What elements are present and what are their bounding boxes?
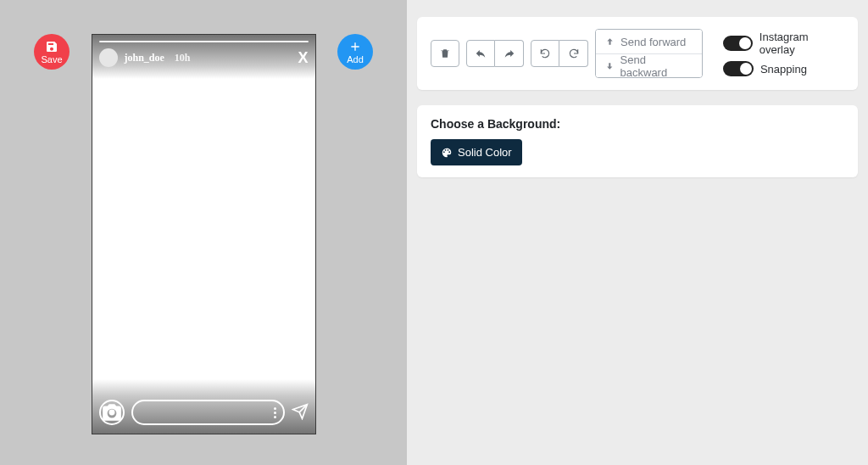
canvas-area: Save Add john_doe 10h X (0, 0, 407, 465)
solid-color-button[interactable]: Solid Color (431, 139, 522, 165)
send-forward-label: Send forward (620, 36, 686, 48)
story-progress-bar (99, 41, 309, 42)
undo-redo-group (466, 40, 524, 67)
send-backward-label: Send backward (620, 53, 693, 79)
send-forward-button[interactable]: Send forward (596, 30, 702, 53)
reply-icon (475, 48, 487, 59)
settings-pane: Send forward Send backward Instagram ove… (407, 0, 868, 465)
arrow-up-icon (604, 36, 615, 48)
instagram-overlay-toggle[interactable] (723, 36, 753, 51)
save-button[interactable]: Save (34, 34, 70, 70)
story-canvas[interactable]: john_doe 10h X (92, 34, 316, 434)
layer-order-group: Send forward Send backward (595, 29, 703, 78)
story-username: john_doe (125, 52, 164, 64)
share-icon (504, 48, 515, 59)
background-heading: Choose a Background: (431, 117, 844, 131)
instagram-overlay-label: Instagram overlay (760, 31, 844, 56)
add-button[interactable]: Add (337, 34, 373, 70)
send-icon (292, 403, 309, 423)
story-footer (99, 400, 309, 425)
camera-icon (99, 400, 125, 425)
plus-icon (348, 40, 362, 53)
delete-button[interactable] (431, 40, 459, 67)
add-button-label: Add (347, 55, 364, 64)
reply-input (131, 400, 285, 425)
palette-icon (441, 147, 453, 159)
background-card: Choose a Background: Solid Color (417, 105, 858, 177)
close-icon: X (298, 49, 308, 67)
save-button-label: Save (41, 55, 62, 64)
toolbar-card: Send forward Send backward Instagram ove… (417, 17, 858, 90)
story-timestamp: 10h (175, 52, 191, 64)
undo-icon (539, 48, 551, 59)
snapping-label: Snapping (760, 63, 807, 76)
undo-history-button[interactable] (531, 40, 559, 67)
redo-icon (568, 48, 580, 59)
avatar (99, 48, 118, 67)
story-header: john_doe 10h X (99, 48, 309, 67)
trash-icon (439, 48, 451, 59)
redo-history-button[interactable] (559, 40, 588, 67)
more-vertical-icon (274, 407, 276, 418)
undo-button[interactable] (466, 40, 495, 67)
solid-color-label: Solid Color (458, 146, 512, 159)
send-backward-button[interactable]: Send backward (596, 53, 702, 77)
toggle-group: Instagram overlay Snapping (723, 31, 844, 76)
history-group (531, 40, 588, 67)
snapping-toggle[interactable] (723, 61, 754, 76)
arrow-down-icon (604, 60, 615, 71)
save-icon (45, 40, 58, 53)
redo-button[interactable] (495, 40, 524, 67)
